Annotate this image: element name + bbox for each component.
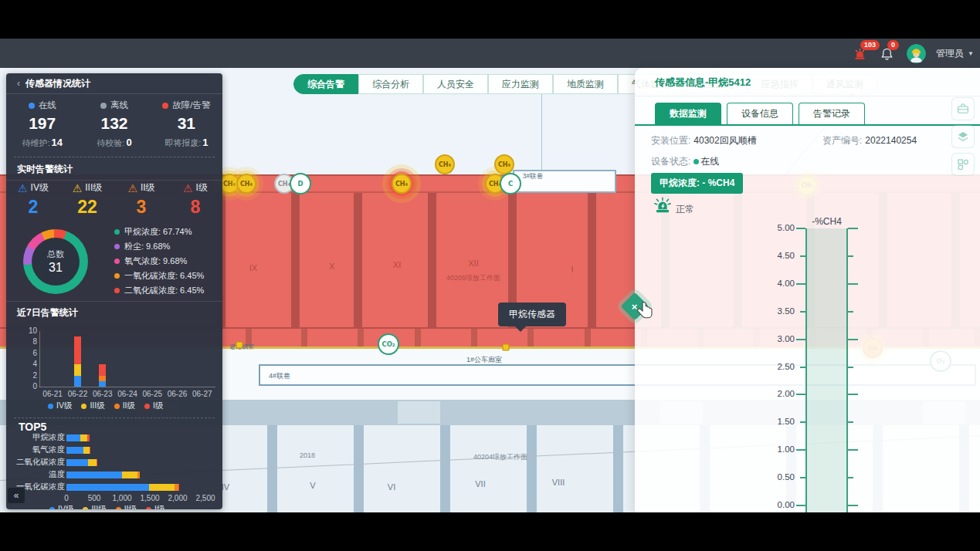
map-label-1#公车廊室: 1#公车廊室 (466, 355, 502, 365)
siren-icon (653, 196, 673, 218)
CH₄-marker[interactable]: CH₄ (494, 154, 514, 174)
map-label-VII: VII (475, 479, 485, 488)
mouse-cursor (636, 301, 653, 323)
top5-row-bar (66, 459, 97, 466)
sensor-marker[interactable] (236, 342, 243, 349)
panel-tab-underline (635, 124, 980, 126)
legend-dot (116, 507, 121, 510)
legend-dot (146, 507, 151, 510)
legend-dot (114, 259, 120, 264)
panel-tab-设备信息[interactable]: 设备信息 (727, 103, 793, 124)
bar-segment-I级 (99, 364, 106, 375)
top5-x-axis: 05001,0001,5002,0002,500 (6, 494, 222, 503)
map-label-VI: VI (388, 482, 395, 492)
map-label-V: V (310, 481, 315, 490)
red-pillar-small (301, 329, 307, 346)
gauge-tick-right (848, 449, 858, 451)
x-tick-label: 0 (64, 494, 69, 502)
install-location-value: 40302回风顺槽 (693, 135, 756, 146)
map-tab-人员安全[interactable]: 人员安全 (423, 74, 488, 94)
CO₂-marker[interactable]: CO₂ (378, 333, 399, 355)
bar-segment-III级 (74, 364, 81, 375)
status-value: 31 (151, 114, 222, 133)
bar-segment-I级 (97, 459, 97, 466)
map-label-I: I (571, 265, 573, 274)
gauge-tick-left (796, 339, 805, 340)
panel-tab-bar: 数据监测设备信息告警记录 (655, 103, 865, 124)
top5-row-甲烷浓度: 甲烷浓度 (12, 431, 216, 444)
device-status-value: 在线 (700, 156, 719, 167)
gauge-tick-label: 5.00 (761, 223, 795, 232)
sidebar-header[interactable]: ‹传感器情况统计 (6, 73, 222, 94)
map-tab-综合告警[interactable]: 综合告警 (293, 74, 358, 94)
map-tab-综合分析[interactable]: 综合分析 (358, 74, 423, 94)
level-III级: ⚠III级22 (60, 181, 114, 218)
red-pillar (428, 193, 436, 327)
map-tab-地质监测[interactable]: 地质监测 (553, 74, 618, 94)
status-在线: 在线197待维护:14 (6, 100, 78, 149)
warning-triangle-icon: ⚠ (183, 182, 193, 194)
donut-legend-item: 氧气浓度: 9.68% (114, 254, 219, 269)
CH₄-marker[interactable]: CH₄ (236, 174, 256, 194)
donut-legend-item: 一氧化碳浓度: 6.45% (114, 269, 219, 283)
legend-dot (49, 507, 55, 510)
methane-value-badge: 甲烷浓度: - %CH4 (651, 173, 743, 194)
sensor-marker[interactable] (503, 344, 510, 351)
gauge-tick-right (848, 477, 853, 478)
CH₄-marker[interactable]: CH₄ (435, 154, 455, 174)
bar-segment-II级 (137, 472, 140, 478)
legend-item-IV级: IV级 (48, 401, 72, 411)
gauge-tick-right (848, 367, 853, 368)
divider (6, 301, 222, 302)
bar-segment-IV级 (66, 484, 149, 491)
alarm-indicator[interactable]: 103 (853, 44, 870, 63)
status-label: 故障/告警 (151, 100, 222, 111)
gauge-tick-right (848, 283, 858, 285)
bar-segment-I级 (74, 336, 81, 364)
map-tab-应力监测[interactable]: 应力监测 (488, 74, 553, 94)
status-label: 在线 (6, 100, 78, 111)
gauge-tick-right (848, 255, 853, 257)
gauge-tick-label: 1.50 (761, 417, 795, 426)
legend-dot (81, 404, 86, 409)
layers-icon[interactable] (951, 125, 975, 148)
user-avatar[interactable] (907, 44, 926, 63)
bar-06-23 (99, 364, 106, 387)
bar-segment-IV级 (66, 472, 122, 478)
bar-segment-IV级 (74, 376, 81, 387)
gauge-tick-right (848, 505, 858, 506)
alarm-donut-chart: 总数 31 (23, 229, 88, 294)
gauge-tick-label: 1.00 (761, 445, 795, 454)
user-menu[interactable]: 管理员▼ (936, 47, 974, 60)
bar-06-22 (74, 336, 81, 387)
notification-bell[interactable]: 0 (880, 44, 897, 63)
status-sub: 待维护:14 (6, 137, 78, 149)
topbar-right-cluster: 103 0 管理员▼ (853, 39, 974, 68)
D-marker[interactable]: D (290, 173, 311, 194)
CH₄-marker[interactable]: CH₄ (392, 174, 412, 194)
panel-tab-告警记录[interactable]: 告警记录 (799, 103, 865, 124)
briefcase-icon[interactable] (951, 97, 975, 120)
legend-dot (83, 507, 88, 510)
y-tick-label: 10 (17, 326, 37, 335)
x-axis (39, 387, 215, 387)
chevron-left-icon: ‹ (17, 78, 20, 89)
sidebar-collapse-button[interactable]: « (8, 488, 25, 503)
legend-item-I级: I级 (146, 504, 164, 509)
red-pillar-small (471, 329, 477, 346)
top5-row-温度: 温度 (12, 468, 216, 481)
level-value: 8 (168, 197, 222, 218)
top-navigation-bar (0, 39, 980, 68)
sidebar-title: 传感器情况统计 (25, 78, 90, 89)
blue-pillar (527, 425, 537, 512)
map-label-VIII: VIII (552, 478, 565, 487)
panel-tab-数据监测[interactable]: 数据监测 (655, 103, 721, 124)
gauge-tick-left (796, 228, 805, 229)
x-tick-label: 1,500 (140, 494, 159, 502)
shapes-icon[interactable] (951, 153, 975, 176)
red-pillar-small (527, 329, 534, 346)
legend-item-III级: III级 (81, 401, 104, 411)
C-marker[interactable]: C (500, 173, 521, 194)
map-label-XII: XII (468, 259, 478, 268)
legend-item-IV级: IV级 (49, 504, 73, 509)
